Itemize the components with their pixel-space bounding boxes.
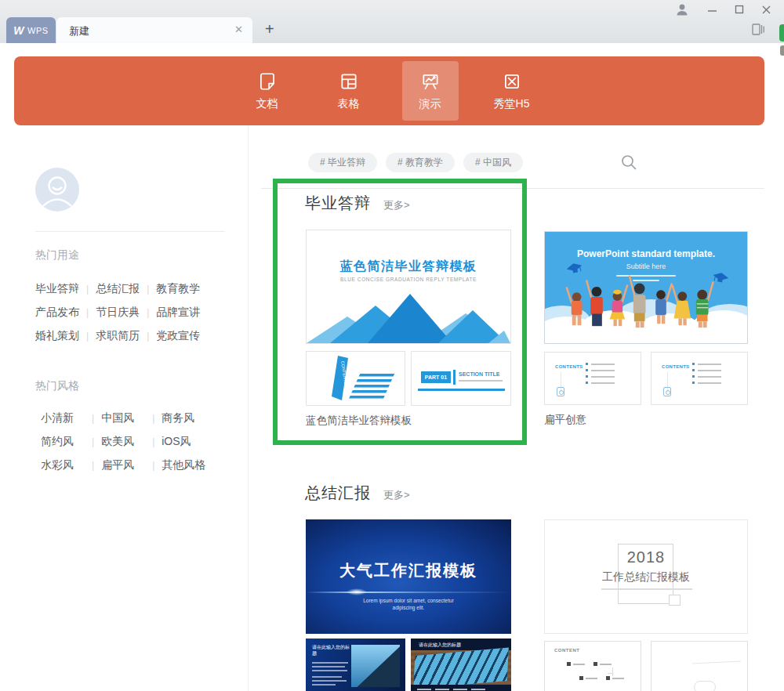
thumb-part01-slide[interactable]: PART 01 SECTION TITLE bbox=[411, 351, 511, 406]
contents-label: CONTENTS bbox=[555, 364, 583, 369]
template-flat-creative-preview[interactable]: PowerPoint standard template. Subtitle h… bbox=[544, 231, 748, 344]
search-tag-0[interactable]: # 毕业答辩 bbox=[308, 153, 377, 172]
tab-presentation-active[interactable]: 演示 bbox=[402, 61, 459, 121]
thumb-content-orgchart[interactable]: CONTENT bbox=[544, 641, 641, 691]
org-item bbox=[579, 676, 597, 680]
text-line bbox=[312, 666, 345, 667]
thumb-title-line1: 请在此输入您的标 bbox=[312, 644, 350, 650]
sidebar-link-usage-6[interactable]: 婚礼策划 bbox=[35, 329, 84, 343]
search-tag-2[interactable]: # 中国风 bbox=[463, 153, 523, 172]
floating-widget-green[interactable] bbox=[779, 24, 784, 42]
search-tag-1[interactable]: # 教育教学 bbox=[386, 153, 455, 172]
side-panel-toggle[interactable] bbox=[751, 23, 765, 39]
thumb-minimal-slide[interactable] bbox=[651, 641, 748, 691]
sidebar-link-usage-7[interactable]: 求职简历 bbox=[96, 329, 144, 343]
usage-row-2: 产品发布|节日庆典|品牌宣讲 bbox=[35, 306, 205, 320]
separator: | bbox=[152, 436, 154, 447]
text-line bbox=[312, 684, 336, 686]
minimize-button[interactable] bbox=[700, 1, 724, 18]
h5-icon bbox=[502, 71, 522, 92]
text-line bbox=[453, 689, 467, 690]
contents-label: CONTENTS bbox=[662, 364, 689, 369]
tab-sheets-label: 表格 bbox=[338, 97, 360, 111]
separator: | bbox=[147, 331, 149, 342]
close-window-button[interactable] bbox=[754, 1, 778, 18]
section-graduation-title: 毕业答辩 bbox=[305, 193, 371, 214]
thumb-contents-slide[interactable]: CONTENTS bbox=[306, 351, 405, 406]
template-caption[interactable]: 蓝色简洁毕业答辩模板 bbox=[306, 414, 412, 428]
tab-docs[interactable]: 文档 bbox=[239, 61, 296, 121]
section-summary-title: 总结汇报 bbox=[305, 483, 371, 504]
thumb-pyramid-slide[interactable]: 请在此输入您的标 题 bbox=[306, 639, 405, 691]
account-button[interactable] bbox=[670, 1, 694, 18]
maximize-button[interactable] bbox=[728, 1, 751, 18]
sidebar-link-usage-3[interactable]: 产品发布 bbox=[35, 306, 84, 320]
panels-icon bbox=[751, 23, 765, 36]
sidebar-link-style-1[interactable]: 中国风 bbox=[101, 411, 150, 425]
sidebar-link-usage-2[interactable]: 教育教学 bbox=[156, 282, 205, 296]
sidebar-link-style-4[interactable]: 欧美风 bbox=[101, 435, 150, 449]
template-2018-preview[interactable]: 2018 工作总结汇报模板 bbox=[544, 519, 748, 634]
text-line bbox=[600, 664, 612, 665]
separator: | bbox=[92, 413, 94, 424]
list-item bbox=[586, 363, 615, 365]
minimize-icon bbox=[707, 5, 717, 15]
sidebar-link-usage-8[interactable]: 党政宣传 bbox=[156, 329, 205, 343]
wps-home-tab[interactable]: W WPS bbox=[6, 17, 56, 43]
smiley-avatar-icon bbox=[35, 168, 79, 212]
sidebar-link-usage-0[interactable]: 毕业答辩 bbox=[35, 282, 84, 296]
sidebar-link-style-6[interactable]: 水彩风 bbox=[41, 458, 89, 472]
user-avatar[interactable] bbox=[35, 168, 79, 212]
tab-new-document[interactable]: 新建 ✕ bbox=[56, 17, 252, 43]
sidebar-link-style-0[interactable]: 小清新 bbox=[41, 411, 89, 425]
section-graduation-more[interactable]: 更多> bbox=[383, 198, 410, 212]
text-line bbox=[591, 364, 615, 365]
sidebar-link-style-8[interactable]: 其他风格 bbox=[162, 458, 210, 472]
template-atmosphere-preview[interactable]: 大气工作汇报模板 Lorem ipsum dolor sit amet, con… bbox=[306, 519, 511, 634]
list-item bbox=[692, 363, 721, 365]
user-avatar-icon bbox=[675, 3, 689, 16]
slide-subtitle-line1: Lorem ipsum dolor sit amet, consectetur bbox=[306, 598, 511, 603]
toolbar-divider bbox=[261, 188, 764, 189]
separator: | bbox=[86, 284, 89, 295]
title-and-tab-bar: W WPS 新建 ✕ + bbox=[0, 0, 784, 43]
sidebar-link-usage-5[interactable]: 品牌宣讲 bbox=[156, 306, 205, 320]
usage-row-3: 婚礼策划|求职简历|党政宣传 bbox=[35, 329, 205, 343]
template-caption[interactable]: 扁平创意 bbox=[544, 413, 586, 427]
cloud-base bbox=[545, 335, 747, 343]
text-line bbox=[698, 376, 721, 378]
pyramid-photo bbox=[351, 645, 400, 687]
tab-close-icon[interactable]: ✕ bbox=[234, 24, 243, 35]
sidebar-link-style-5[interactable]: iOS风 bbox=[162, 435, 210, 449]
slide-title: 大气工作汇报模板 bbox=[306, 560, 511, 581]
slide-title: 工作总结汇报模板 bbox=[545, 570, 747, 584]
sidebar-link-style-7[interactable]: 扁平风 bbox=[101, 458, 150, 472]
text-line bbox=[573, 664, 585, 665]
sidebar-link-usage-1[interactable]: 总结汇报 bbox=[96, 282, 144, 296]
thumb-title: 请在此输入您的标 题 bbox=[312, 644, 350, 657]
separator: | bbox=[92, 436, 94, 447]
tab-docs-label: 文档 bbox=[256, 97, 278, 111]
new-tab-button[interactable]: + bbox=[265, 20, 274, 38]
tab-sheets[interactable]: 表格 bbox=[321, 61, 377, 121]
separator: | bbox=[86, 331, 89, 342]
text-line bbox=[312, 676, 342, 678]
search-button[interactable] bbox=[620, 154, 637, 174]
sidebar-link-usage-4[interactable]: 节日庆典 bbox=[96, 306, 144, 320]
section-summary-more[interactable]: 更多> bbox=[383, 488, 410, 502]
thumb-panels-slide[interactable]: 请在此输入您的标题 bbox=[411, 639, 511, 691]
bullet bbox=[567, 662, 571, 666]
slide-subtitle-line2: adipiscing elit. bbox=[306, 605, 511, 610]
thumb-flat-contents-2[interactable]: CONTENTS bbox=[651, 352, 748, 405]
table-icon bbox=[339, 71, 359, 92]
usage-row-1: 毕业答辩|总结汇报|教育教学 bbox=[35, 282, 205, 296]
sidebar-link-style-3[interactable]: 简约风 bbox=[41, 435, 89, 449]
tab-h5[interactable]: 秀堂H5 bbox=[484, 61, 540, 121]
app-type-switcher: 文档 表格 演示 秀堂 bbox=[14, 56, 764, 125]
small-badge-icon bbox=[557, 387, 564, 396]
document-icon bbox=[257, 71, 278, 92]
search-icon bbox=[620, 154, 637, 171]
sidebar-link-style-2[interactable]: 商务风 bbox=[162, 411, 210, 425]
thumb-flat-contents-1[interactable]: CONTENTS bbox=[544, 352, 641, 405]
template-blue-graduation-preview[interactable]: 蓝色简洁毕业答辩模板 BLUE CONCISE GRADUATION REPLY… bbox=[306, 230, 511, 344]
